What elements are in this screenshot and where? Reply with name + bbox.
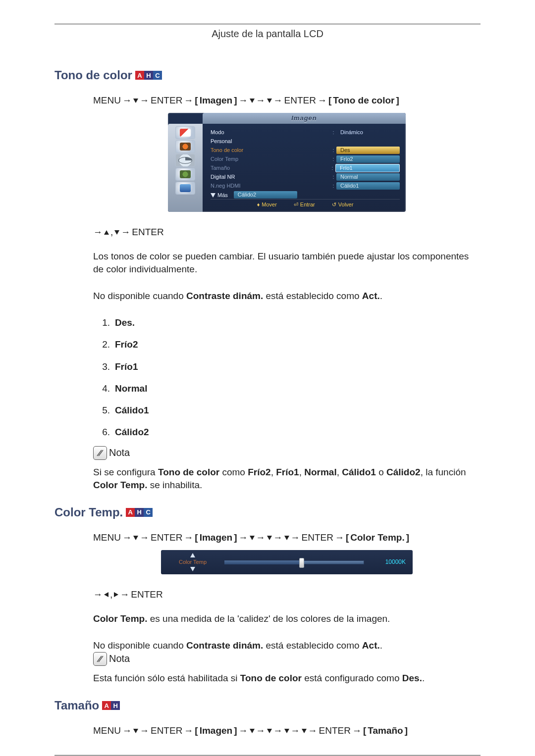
imagen-label: Imagen (200, 531, 233, 544)
osd-more: Más (211, 192, 228, 199)
note-label: Nota (109, 446, 130, 460)
heading-text: Tono de color (54, 68, 132, 82)
paragraph: No disponible cuando Contraste dinám. es… (93, 639, 481, 652)
down-icon (267, 729, 272, 733)
badge-h-icon: H (111, 701, 120, 710)
slider-track (224, 560, 364, 564)
menu-label: MENU (93, 94, 121, 107)
badge-a-icon: A (102, 701, 111, 710)
note-label: Nota (109, 652, 130, 666)
enter-label: ENTER (284, 94, 316, 107)
paragraph: Los tonos de color se pueden cambiar. El… (93, 250, 481, 276)
body-tono: MENU → →ENTER →[Imagen] → → →ENTER →[Ton… (93, 94, 481, 492)
list-item: Normal (93, 382, 481, 395)
osd-side-icon (176, 154, 195, 166)
enter-label: ENTER (302, 531, 333, 544)
target-label: Tamaño (368, 724, 403, 737)
paragraph: No disponible cuando Contraste dinám. es… (93, 290, 481, 302)
down-icon (133, 536, 138, 540)
text: . (380, 291, 382, 301)
page: Ajuste de la pantalla LCD Tono de color … (0, 0, 535, 756)
osd-footer-entrar: Entrar (300, 201, 315, 208)
down-icon (267, 536, 272, 540)
osd-side-icon (176, 168, 195, 180)
list-item: Frío2 (93, 338, 481, 351)
text-bold: Act. (362, 291, 380, 301)
down-icon (267, 99, 272, 103)
down-icon (250, 729, 255, 733)
nav-line-tono: →, →ENTER (93, 226, 481, 239)
down-icon (284, 536, 289, 540)
osd-row-value: Dinámico (336, 129, 400, 136)
body-ctemp: MENU → →ENTER →[Imagen] → → → →ENTER →[C… (93, 531, 481, 685)
badge-a-icon: A (135, 71, 144, 80)
down-icon (302, 729, 307, 733)
slider-label: Color Temp (179, 558, 207, 566)
osd-row-value: Frío1 (335, 164, 400, 172)
target-label: Tono de color (333, 94, 394, 107)
paragraph: Color Temp. es una medida de la 'calidez… (93, 612, 481, 625)
list-item: Des. (93, 316, 481, 329)
up-icon (104, 230, 109, 235)
ahc-badges: A H C (126, 508, 153, 517)
down-icon (284, 729, 289, 733)
heading-text: Color Temp. (54, 505, 123, 519)
osd-row-label: Tamaño (211, 164, 329, 172)
enter-label: ENTER (151, 94, 182, 107)
badge-a-icon: A (126, 508, 135, 517)
note-icon (93, 446, 107, 460)
enter-label: ENTER (319, 724, 351, 737)
left-icon (104, 592, 108, 597)
slider-handle (299, 558, 304, 568)
osd-footer: ♦Mover ⏎Entrar ↺Volver (211, 199, 400, 210)
right-icon (114, 592, 118, 597)
osd-main: Modo:Dinámico Personal Tono de color:Des… (203, 124, 406, 212)
up-icon (190, 553, 195, 557)
section-heading-ctemp: Color Temp. A H C (54, 505, 481, 519)
paragraph: Esta función sólo está habilitada si Ton… (93, 672, 481, 685)
note-line: Nota (93, 652, 481, 666)
paragraph: Si se configura Tono de color como Frío2… (93, 466, 481, 492)
ahc-badges: A H (102, 701, 120, 710)
badge-c-icon: C (153, 71, 162, 80)
down-icon (114, 230, 119, 235)
osd-footer-mover: Mover (262, 201, 277, 208)
menu-label: MENU (93, 531, 121, 544)
header-title: Ajuste de la pantalla LCD (54, 28, 481, 40)
imagen-label: Imagen (200, 94, 233, 107)
osd-panel-imagen: Imagen Modo:Dinámico Personal Tono de co… (168, 113, 406, 212)
list-item: Frío1 (93, 360, 481, 373)
nav-line-ctemp: →, →ENTER (93, 588, 481, 601)
imagen-label: Imagen (200, 724, 233, 737)
osd-slider-color-temp: Color Temp 10000K (161, 550, 413, 574)
osd-row-value: Frío2 (336, 155, 400, 163)
header-rule (54, 24, 481, 24)
enter-label: ENTER (151, 531, 182, 544)
target-label: Color Temp. (350, 531, 404, 544)
osd-row-label: Color Temp (211, 155, 330, 163)
section-heading-tamano: Tamaño A H (54, 699, 481, 712)
enter-label: ENTER (131, 588, 162, 601)
osd-footer-volver: Volver (338, 201, 354, 208)
osd-row-value: Cálido2 (234, 191, 297, 199)
osd-sidebar (168, 124, 203, 212)
down-icon (250, 536, 255, 540)
down-icon (133, 729, 138, 733)
list-item: Cálido1 (93, 404, 481, 417)
enter-label: ENTER (151, 724, 182, 737)
down-icon (133, 99, 138, 103)
osd-row-value: Normal (336, 173, 400, 181)
osd-title: Imagen (203, 113, 406, 124)
enter-label: ENTER (132, 226, 163, 239)
badge-c-icon: C (144, 508, 153, 517)
osd-side-icon (176, 141, 195, 152)
options-list: Des. Frío2 Frío1 Normal Cálido1 Cálido2 (93, 316, 481, 439)
footer-rule (54, 755, 481, 756)
menu-label: MENU (93, 724, 121, 737)
osd-row-value: Des (336, 147, 400, 154)
badge-h-icon: H (135, 508, 144, 517)
ahc-badges: A H C (135, 71, 162, 80)
text: No disponible cuando (93, 291, 186, 301)
osd-side-icon (176, 127, 195, 139)
section-heading-tono: Tono de color A H C (54, 68, 481, 82)
